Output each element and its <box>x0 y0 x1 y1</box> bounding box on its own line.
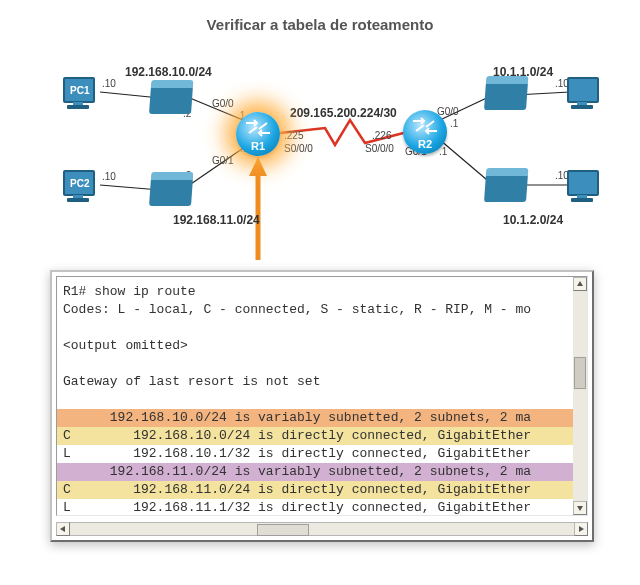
switch-icon <box>149 178 193 206</box>
ip-label: .226 <box>372 130 391 141</box>
net-label: 192.168.11.0/24 <box>173 213 260 227</box>
switch-icon <box>484 82 528 110</box>
switch-icon <box>484 174 528 202</box>
svg-marker-11 <box>577 506 583 511</box>
scroll-thumb[interactable] <box>257 524 309 536</box>
terminal-output: R1# show ip route Codes: L - local, C - … <box>56 276 588 516</box>
terminal-window: R1# show ip route Codes: L - local, C - … <box>50 270 594 542</box>
svg-marker-8 <box>249 157 267 176</box>
ip-label: .225 <box>284 130 303 141</box>
terminal-text: R1# show ip route Codes: L - local, C - … <box>57 277 537 516</box>
pc-icon <box>565 77 601 113</box>
pc-icon <box>565 170 601 206</box>
iface-label: G0/0 <box>212 98 234 109</box>
ip-label: .10 <box>102 78 116 89</box>
scroll-left-button[interactable] <box>56 522 70 536</box>
router-r1-icon: R1 <box>236 112 280 156</box>
svg-marker-10 <box>577 281 583 286</box>
iface-label: S0/0/0 <box>365 143 394 154</box>
svg-marker-13 <box>579 526 584 532</box>
pc-icon: PC1 <box>61 77 97 113</box>
scroll-up-button[interactable] <box>573 277 587 291</box>
page-title: Verificar a tabela de roteamento <box>0 16 640 33</box>
network-diagram: 192.168.10.0/24 192.168.11.0/24 209.165.… <box>55 50 595 260</box>
scroll-down-button[interactable] <box>573 501 587 515</box>
net-label: 10.1.2.0/24 <box>503 213 563 227</box>
iface-label: S0/0/0 <box>284 143 313 154</box>
switch-icon <box>149 86 193 114</box>
scrollbar-vertical[interactable] <box>573 277 587 515</box>
iface-label: G0/1 <box>212 155 234 166</box>
pc-icon: PC2 <box>61 170 97 206</box>
router-r2-icon: R2 <box>403 110 447 154</box>
scroll-right-button[interactable] <box>574 522 588 536</box>
scrollbar-horizontal[interactable] <box>56 522 588 536</box>
net-label: 192.168.10.0/24 <box>125 65 212 79</box>
svg-marker-12 <box>60 526 65 532</box>
ip-label: .10 <box>102 171 116 182</box>
net-label: 209.165.200.224/30 <box>290 106 397 120</box>
scroll-thumb[interactable] <box>574 357 586 389</box>
ip-label: .1 <box>450 118 458 129</box>
